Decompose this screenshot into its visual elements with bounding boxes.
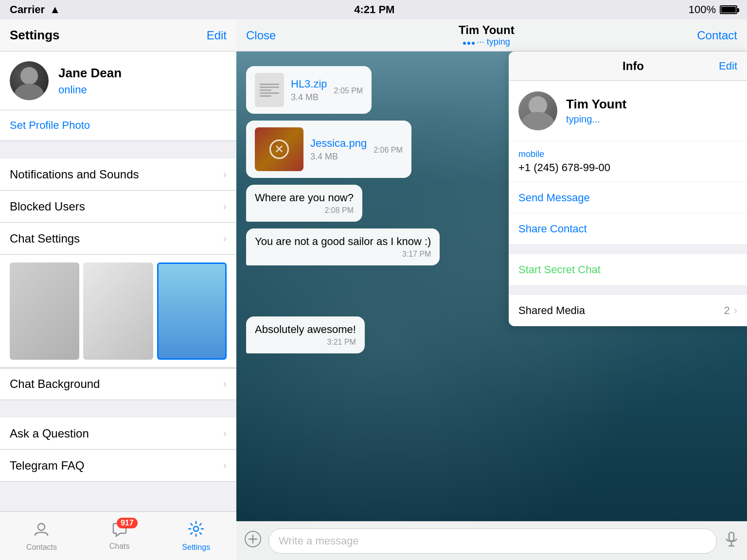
info-panel: Info Edit Tim Yount typing... mobile +1 … xyxy=(509,52,747,326)
shared-media-label: Shared Media xyxy=(518,304,585,317)
status-battery: 100% xyxy=(689,3,737,16)
sidebar-item-blocked-users[interactable]: Blocked Users › xyxy=(0,191,236,223)
chats-badge-container: 917 xyxy=(111,522,128,540)
settings-panel: Settings Edit Jane Dean online Set Profi… xyxy=(0,19,236,560)
message-file-hl3zip: HL3.zip 3.4 MB 2:05 PM xyxy=(246,66,372,114)
chat-contact-name: Tim Yount xyxy=(459,23,515,37)
message-text: Where are you now? xyxy=(255,192,354,204)
tab-settings[interactable]: Settings xyxy=(182,521,210,552)
tab-settings-label: Settings xyxy=(182,543,210,552)
dot-2 xyxy=(467,42,470,45)
message-text: You are not a good sailor as I know :) xyxy=(255,235,431,248)
chevron-right-icon: › xyxy=(734,304,737,317)
background-thumbnails xyxy=(10,262,227,360)
settings-nav: Settings Edit xyxy=(0,19,236,52)
chat-background-section xyxy=(0,255,236,368)
chat-nav-info: Tim Yount ··· typing xyxy=(459,23,515,47)
settings-icon xyxy=(188,521,204,541)
battery-icon xyxy=(720,5,737,14)
shared-media-count: 2 xyxy=(724,304,729,317)
message-time: 2:06 PM xyxy=(374,146,403,155)
message-awesome: Absolutely awesome! 3:21 PM xyxy=(246,316,365,353)
background-option-1[interactable] xyxy=(10,262,79,360)
chevron-right-icon: › xyxy=(223,378,227,390)
tab-contacts[interactable]: Contacts xyxy=(26,521,57,552)
dot-1 xyxy=(463,42,466,45)
chat-typing-status: ··· typing xyxy=(459,37,515,47)
chevron-right-icon: › xyxy=(223,232,227,245)
set-profile-photo-button[interactable]: Set Profile Photo xyxy=(0,110,236,141)
profile-name: Jane Dean xyxy=(58,66,122,81)
close-button[interactable]: Close xyxy=(246,29,276,42)
svg-rect-5 xyxy=(729,532,734,541)
section-divider xyxy=(0,141,236,158)
file-name: HL3.zip xyxy=(291,78,327,90)
status-carrier: Carrier ▲ xyxy=(10,3,60,16)
avatar-image xyxy=(10,61,49,100)
image-size: 3.4 MB xyxy=(310,152,367,162)
info-phone-number: +1 (245) 678-99-00 xyxy=(518,161,737,174)
info-title: Info xyxy=(548,59,719,73)
file-info: HL3.zip 3.4 MB xyxy=(291,78,327,103)
info-phone-label: mobile xyxy=(518,149,737,159)
message-image-jessica: ✕ Jessica.png 3.4 MB 2:06 PM xyxy=(246,121,411,178)
profile-status: online xyxy=(58,84,122,96)
message-time: 2:05 PM xyxy=(334,87,363,95)
wifi-icon: ▲ xyxy=(50,3,60,16)
shared-media-action[interactable]: Shared Media 2 › xyxy=(509,295,747,326)
chevron-right-icon: › xyxy=(223,459,227,472)
chat-background-button[interactable]: Chat Background › xyxy=(0,368,236,400)
image-name: Jessica.png xyxy=(310,137,367,150)
tab-bar: Contacts 917 Chats Settings xyxy=(0,511,236,560)
chats-badge: 917 xyxy=(117,518,138,528)
file-icon xyxy=(255,73,284,107)
message-input[interactable]: Write a message xyxy=(268,528,717,554)
info-typing-status: typing... xyxy=(566,114,626,125)
info-contact-name: Tim Yount xyxy=(566,97,626,112)
info-phone-section: mobile +1 (245) 678-99-00 xyxy=(509,141,747,182)
info-header: Info Edit xyxy=(509,52,747,81)
background-option-2[interactable] xyxy=(83,262,153,360)
tab-chats[interactable]: 917 Chats xyxy=(109,522,130,551)
send-message-label: Send Message xyxy=(518,192,590,204)
info-edit-button[interactable]: Edit xyxy=(719,60,737,72)
message-time: 2:08 PM xyxy=(255,206,354,215)
info-section-gap-2 xyxy=(509,285,747,295)
file-size: 3.4 MB xyxy=(291,92,327,103)
contacts-icon xyxy=(33,521,50,541)
sidebar-item-telegram-faq[interactable]: Telegram FAQ › xyxy=(0,450,236,482)
chat-input-bar: Write a message xyxy=(236,521,747,560)
typing-dots xyxy=(463,42,475,45)
chevron-right-icon: › xyxy=(223,427,227,440)
settings-title: Settings xyxy=(10,28,60,43)
dot-3 xyxy=(472,42,475,45)
chat-panel: Close Tim Yount ··· typing Contact xyxy=(236,19,747,560)
info-profile-section: Tim Yount typing... xyxy=(509,81,747,141)
start-secret-chat-action[interactable]: Start Secret Chat xyxy=(509,254,747,285)
cancel-upload-icon[interactable]: ✕ xyxy=(269,140,289,159)
edit-button[interactable]: Edit xyxy=(207,29,227,42)
info-name-group: Tim Yount typing... xyxy=(566,97,626,125)
send-message-action[interactable]: Send Message xyxy=(509,182,747,213)
chevron-right-icon: › xyxy=(223,200,227,213)
svg-point-0 xyxy=(38,524,45,530)
chevron-right-icon: › xyxy=(223,168,227,181)
shared-media-right: 2 › xyxy=(724,304,737,317)
attach-button[interactable] xyxy=(244,530,262,551)
message-sailor: You are not a good sailor as I know :) 3… xyxy=(246,228,440,265)
message-text: Absolutely awesome! xyxy=(255,323,356,336)
mic-button[interactable] xyxy=(724,531,739,550)
share-contact-action[interactable]: Share Contact xyxy=(509,213,747,245)
sidebar-item-chat-settings[interactable]: Chat Settings › xyxy=(0,223,236,255)
sidebar-item-ask-question[interactable]: Ask a Question › xyxy=(0,418,236,450)
message-placeholder: Write a message xyxy=(279,535,359,547)
start-secret-chat-label: Start Secret Chat xyxy=(518,263,601,276)
section-divider-2 xyxy=(0,400,236,418)
chat-nav: Close Tim Yount ··· typing Contact xyxy=(236,19,747,52)
background-option-3[interactable] xyxy=(157,262,227,360)
profile-section: Jane Dean online xyxy=(0,52,236,110)
contact-button[interactable]: Contact xyxy=(697,29,737,42)
sidebar-item-notifications[interactable]: Notifications and Sounds › xyxy=(0,158,236,191)
share-contact-label: Share Contact xyxy=(518,223,587,235)
message-time: 3:17 PM xyxy=(255,250,431,259)
